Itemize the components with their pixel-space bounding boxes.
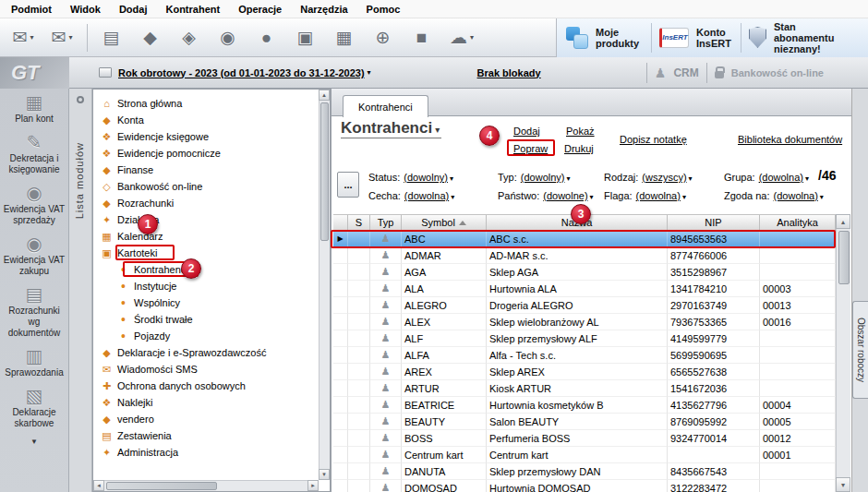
table-row[interactable]: BEAUTY Salon BEAUTY 8769095992 00005 (333, 414, 836, 430)
module-ochrona-danych[interactable]: ✚ Ochrona danych osobowych (93, 378, 318, 394)
filter-value[interactable]: (dowolna) (636, 190, 681, 201)
rail-vat-zakupu[interactable]: ◉ Ewidencja VAT zakupu (0, 230, 68, 281)
filter-value[interactable]: (dowolne) (543, 190, 587, 201)
module-bankowosc-online[interactable]: ◇ Bankowość on-line (93, 178, 318, 195)
module-deklaracje[interactable]: ◆ Deklaracje i e-Sprawozdawczość (93, 344, 318, 361)
column-nip[interactable]: NIP (668, 215, 760, 230)
chevron-down-icon[interactable] (450, 172, 453, 183)
insert-logo[interactable]: InsERT (659, 28, 689, 48)
filter-value[interactable]: (wszyscy) (642, 172, 686, 183)
subscription-status-label[interactable]: Stan abonamentu nieznany! (774, 21, 859, 54)
chevron-down-icon[interactable] (590, 190, 594, 201)
rail-dekretacja[interactable]: ✎ Dekretacja i księgowanie (0, 128, 68, 179)
biblioteka-dokumentow-link[interactable]: Biblioteka dokumentów (738, 134, 842, 145)
table-row[interactable]: BOSS Perfumeria BOSS 9324770014 00012 (333, 430, 836, 447)
module-konta[interactable]: ◆ Konta (93, 112, 318, 128)
drukuj-link[interactable]: Drukuj (564, 143, 594, 154)
printer-icon[interactable]: ▣ (289, 22, 324, 54)
money-icon[interactable]: ● (250, 22, 285, 54)
table-row[interactable]: DANUTA Sklep przemysłowy DAN 8435667543 (333, 463, 836, 480)
module-vendero[interactable]: ◆ vendero (93, 411, 318, 427)
column-typ[interactable]: Typ (370, 215, 402, 230)
filter-value[interactable]: (dowolna) (774, 190, 818, 201)
module-wiadomosci-sms[interactable]: ✉ Wiadomości SMS (93, 361, 318, 378)
workspace-tab[interactable]: Obszar roboczy (852, 301, 868, 399)
more-filters-button[interactable]: ... (337, 172, 359, 198)
send-mail-icon[interactable]: ✉▾ (6, 22, 41, 54)
lock-status-link[interactable]: Brak blokady (477, 67, 541, 78)
table-vertical-scrollbar[interactable] (836, 214, 850, 492)
column-symbol[interactable]: Symbol (402, 215, 487, 230)
module-naklejki[interactable]: ❖ Naklejki (93, 394, 318, 411)
module-ewidencje-pomocnicze[interactable]: ❖ Ewidencje pomocnicze (93, 145, 318, 162)
rail-rozrachunki-dok[interactable]: ▤ Rozrachunki wg dokumentów (0, 281, 68, 342)
tab-kontrahenci[interactable]: Kontrahenci (343, 95, 428, 117)
my-products-icon[interactable] (566, 27, 588, 49)
table-row[interactable]: Centrum kart Centrum kart 00001 (333, 447, 836, 463)
rail-plan-kont[interactable]: ▦ Plan kont (0, 89, 68, 128)
module-instytucje[interactable]: • Instytucje (93, 278, 318, 294)
table-row[interactable]: ARTUR Kiosk ARTUR 1541672036 (333, 380, 836, 397)
rail-sprawozdania[interactable]: ▥ Sprawozdania (0, 342, 68, 382)
scrollbar-thumb[interactable] (320, 102, 329, 241)
rail-vat-sprzedazy[interactable]: ◉ Ewidencja VAT sprzedaży (0, 179, 68, 230)
module-strona-glowna[interactable]: ⌂ Strona główna (93, 95, 318, 112)
chevron-down-icon[interactable] (689, 172, 693, 183)
column-s[interactable]: S (348, 215, 370, 230)
menu-narzedzia[interactable]: Narzędzia (291, 2, 356, 17)
menu-widok[interactable]: Widok (61, 2, 110, 17)
column-analityka[interactable]: Analityka (760, 215, 836, 230)
rail-more-caret[interactable] (0, 435, 68, 446)
module-dzialania[interactable]: ✦ Działania (93, 211, 318, 228)
table-row[interactable]: ALEX Sklep wielobranżowy AL 7936753365 0… (333, 314, 836, 330)
chevron-down-icon[interactable] (820, 190, 824, 201)
cube-icon[interactable]: ■ (405, 22, 440, 54)
insert-account-label[interactable]: Konto InsERT (696, 27, 733, 49)
calculator-icon[interactable]: ▦ (328, 22, 363, 54)
module-finanse[interactable]: ◆ Finanse (93, 162, 318, 178)
filter-value[interactable]: (dowolna) (404, 190, 449, 201)
pin-icon[interactable] (77, 96, 84, 103)
menu-pomoc[interactable]: Pomoc (357, 2, 410, 17)
scrollbar-thumb[interactable] (106, 482, 217, 490)
table-row[interactable]: AGA Sklep AGA 3515298967 (333, 264, 836, 281)
menu-dodaj[interactable]: Dodaj (110, 2, 157, 17)
dopisz-notatke-link[interactable]: Dopisz notatkę (620, 134, 687, 145)
scroll-down-button[interactable] (319, 469, 330, 480)
module-ewidencje-ksiegowe[interactable]: ❖ Ewidencje księgowe (93, 128, 318, 145)
rail-deklaracje-skarbowe[interactable]: ▧ Deklaracje skarbowe (0, 382, 68, 433)
filter-value[interactable]: (dowolny) (521, 172, 565, 183)
dodaj-link[interactable]: Dodaj (513, 126, 540, 137)
scroll-up-button[interactable] (836, 214, 850, 229)
chevron-down-icon[interactable] (805, 172, 809, 183)
filter-value[interactable]: (dowolny) (404, 172, 448, 183)
menu-podmiot[interactable]: Podmiot (2, 2, 61, 17)
diamond-icon[interactable]: ◆ (134, 22, 169, 54)
cloud-icon[interactable]: ☁▾ (444, 22, 479, 54)
diamond-edit-icon[interactable]: ◈ (173, 22, 208, 54)
table-row[interactable]: ALEGRO Drogeria ALEGRO 2970163749 00013 (333, 297, 836, 314)
coins-icon[interactable]: ◉ (211, 22, 247, 54)
my-products-label[interactable]: Moje produkty (596, 27, 644, 49)
table-row[interactable]: BEATRICE Hurtownia kosmetyków B 41356277… (333, 397, 836, 414)
scrollbar-thumb[interactable] (838, 231, 850, 284)
pokaz-link[interactable]: Pokaż (566, 126, 595, 137)
module-kalendarz[interactable]: ▦ Kalendarz (93, 228, 318, 245)
scroll-right-button[interactable] (307, 480, 319, 491)
module-wspolnicy[interactable]: • Wspólnicy (93, 294, 318, 311)
module-zestawienia[interactable]: ▤ Zestawienia (93, 427, 318, 444)
chevron-down-icon[interactable] (682, 190, 686, 201)
filter-value[interactable]: (dowolna) (759, 172, 803, 183)
online-banking-label[interactable]: Bankowość on-line (731, 67, 824, 78)
table-row[interactable]: ALFA Alfa - Tech s.c. 5699590695 (333, 347, 836, 364)
chevron-down-icon[interactable] (368, 68, 371, 77)
globe-icon[interactable]: ⊕ (367, 22, 402, 54)
mail-icon[interactable]: ✉▾ (44, 22, 79, 54)
scroll-up-button[interactable] (319, 90, 330, 101)
page-title[interactable]: Kontrahenci▾ (341, 119, 441, 138)
table-row[interactable]: ADMAR AD-MAR s.c. 8774766006 (333, 247, 836, 264)
scroll-down-button[interactable] (836, 477, 850, 492)
chevron-down-icon[interactable] (451, 190, 454, 201)
module-pojazdy[interactable]: • Pojazdy (93, 328, 318, 344)
menu-kontrahent[interactable]: Kontrahent (156, 2, 229, 17)
